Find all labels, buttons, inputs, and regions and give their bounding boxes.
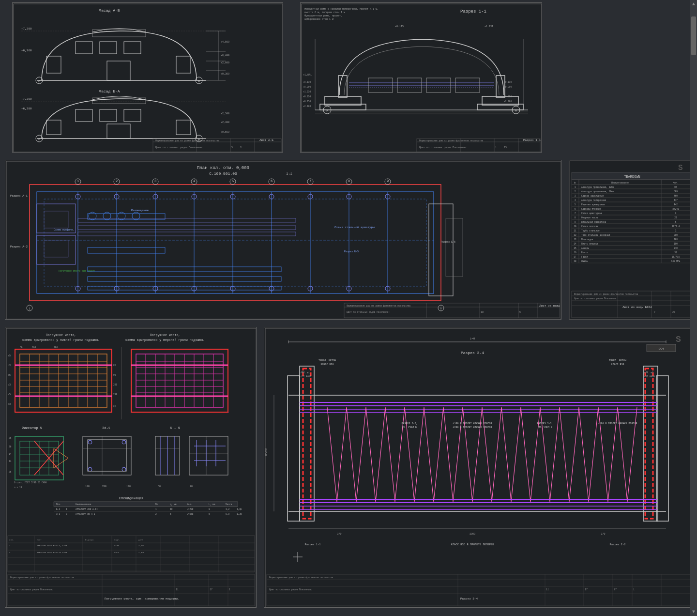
svg-text:+0.130: +0.130 — [303, 81, 311, 83]
svg-text:447: 447 — [674, 199, 678, 201]
svg-text:L, мм: L, мм — [209, 503, 215, 506]
svg-text:17: 17 — [574, 256, 576, 258]
svg-text:ТЯЖЕЛ. БЕТОН: ТЯЖЕЛ. БЕТОН — [318, 359, 336, 362]
svg-text:A: A — [38, 138, 40, 141]
scroll-down-arrow[interactable]: ▼ — [692, 609, 695, 615]
svg-text:Погружное место вид сбоку: Погружное место вид сбоку — [59, 270, 95, 273]
svg-text:100: 100 — [85, 485, 90, 488]
svg-text:1: 1 — [66, 508, 67, 510]
svg-text:50: 50 — [20, 346, 23, 349]
svg-text:d100 В ПРОЛЕТ НИЖНИХ ПОЯСОВ: d100 В ПРОЛЕТ НИЖНИХ ПОЯСОВ — [598, 422, 637, 425]
svg-text:№: № — [574, 182, 576, 185]
svg-text:Лист из воды БС4А: Лист из воды БС4А — [539, 304, 561, 308]
svg-text:11: 11 — [574, 230, 576, 232]
svg-text:Разрез 1-1: Разрез 1-1 — [460, 9, 486, 14]
svg-text:Погружное место,: Погружное место, — [46, 334, 76, 337]
svg-rect-517 — [264, 327, 692, 607]
svg-text:3000: 3000 — [470, 533, 475, 536]
svg-text:2: 2 — [155, 513, 157, 515]
svg-text:+7,200: +7,200 — [21, 97, 32, 101]
svg-text:Цвет по стальных рядов Поколен: Цвет по стальных рядов Поколение: — [347, 311, 390, 313]
svg-text:армирование стен 1 м: армирование стен 1 м — [304, 18, 333, 21]
svg-text:АРМАТУРА d10 A-II: АРМАТУРА d10 A-II — [76, 508, 98, 510]
svg-text:Разрез 1-1: Разрез 1-1 — [304, 543, 321, 546]
svg-text:100: 100 — [32, 346, 36, 349]
svg-text:Анкеры: Анкеры — [581, 247, 590, 249]
svg-text:2: 2 — [116, 179, 118, 183]
svg-text:Схема стальной арматуры: Схема стальной арматуры — [334, 226, 375, 229]
svg-text:L=200: L=200 — [187, 508, 194, 510]
svg-text:3: 3 — [675, 230, 677, 232]
svg-text:АРМАТУРА ГОСТ 5781-14 С400: АРМАТУРА ГОСТ 5781-14 С400 — [37, 552, 67, 554]
main-container: ▲ ▼ Фасад А-Б +7,200 — [0, 0, 697, 616]
cursor-cross — [293, 552, 303, 562]
svg-text:d12 А400: d12 А400 — [301, 375, 311, 378]
svg-text:+8,480: +8,480 — [221, 54, 229, 57]
svg-text:Форматирование рам из рамки фр: Форматирование рам из рамки фрагментов п… — [155, 139, 220, 142]
svg-text:5: 5 — [575, 203, 576, 206]
svg-text:1: 1 — [155, 508, 157, 510]
svg-text:87: 87 — [674, 186, 677, 188]
svg-text:16: 16 — [574, 251, 576, 254]
svg-text:Трос стальной анкерный: Трос стальной анкерный — [581, 234, 610, 236]
svg-text:b3: b3 — [8, 364, 11, 367]
svg-text:Разрез 2-2: Разрез 2-2 — [609, 543, 625, 546]
svg-text:15: 15 — [504, 146, 507, 149]
svg-text:8: 8 — [575, 216, 576, 219]
section-svg: Монолитная рама с кровлей поперечная, пр… — [301, 3, 542, 152]
svg-text:100: 100 — [674, 243, 678, 245]
svg-text:+1.030: +1.030 — [303, 91, 311, 93]
svg-text:a5: a5 — [8, 374, 11, 377]
svg-text:442: 442 — [674, 203, 678, 206]
svg-text:26: 26 — [9, 471, 12, 473]
svg-text:С.100-501.00: С.100-501.00 — [209, 171, 237, 176]
svg-text:17: 17 — [585, 588, 588, 591]
svg-rect-108 — [5, 160, 561, 319]
svg-text:a5: a5 — [8, 393, 11, 396]
svg-text:+4,560: +4,560 — [221, 41, 229, 44]
svg-text:3,4D7: 3,4D7 — [138, 545, 145, 547]
svg-text:18: 18 — [574, 260, 576, 262]
scroll-up-arrow[interactable]: ▲ — [692, 1, 695, 7]
scrollbar[interactable]: ▲ ▼ — [690, 0, 697, 616]
svg-text:№ докум.: № докум. — [85, 539, 94, 541]
svg-text:Разрез 3-4: Разрез 3-4 — [460, 597, 478, 601]
svg-text:12: 12 — [574, 234, 576, 236]
svg-text:+0.090: +0.090 — [504, 86, 512, 88]
svg-text:11: 11 — [546, 588, 549, 591]
svg-text:200: 200 — [113, 384, 117, 386]
svg-text:Лист из воды БС4А: Лист из воды БС4А — [622, 306, 652, 309]
svg-text:200: 200 — [54, 346, 58, 349]
svg-text:Лист А-Б: Лист А-Б — [259, 139, 273, 142]
svg-text:8: 8 — [209, 508, 210, 510]
svg-text:Монолитная рама с кровлей попе: Монолитная рама с кровлей поперечная, пр… — [304, 8, 379, 11]
svg-text:460: 460 — [674, 195, 678, 197]
svg-text:Спецификация: Спецификация — [119, 496, 143, 500]
svg-text:L=568: L=568 — [187, 513, 194, 515]
svg-rect-56 — [301, 3, 542, 152]
svg-text:9: 9 — [575, 221, 576, 223]
svg-text:СМ. УЗЕЛ В: СМ. УЗЕЛ В — [538, 426, 552, 429]
svg-text:+2,600: +2,600 — [221, 62, 229, 64]
svg-text:КЛАСС ВЗО В ПРОЛЕТЕ ПОПЕРЕК: КЛАСС ВЗО В ПРОЛЕТЕ ПОПЕРЕК — [451, 543, 494, 546]
svg-text:1,2: 1,2 — [226, 508, 229, 510]
svg-text:Решетки арматурные: Решетки арматурные — [581, 203, 605, 206]
facade-title-1: Фасад А-Б — [99, 8, 120, 13]
svg-text:1,0р: 1,0р — [237, 508, 242, 510]
svg-text:+0.150: +0.150 — [303, 100, 311, 103]
scrollbar-thumb[interactable] — [691, 16, 696, 55]
floorplan-svg: План кол. отм. 0,000 С.100-501.00 1:1 — [5, 160, 561, 319]
svg-text:схема армирования у нижней гра: схема армирования у нижней грани подошвы… — [22, 338, 100, 342]
svg-text:Каркас арматурный: Каркас арматурный — [581, 195, 604, 197]
svg-text:Гайки: Гайки — [581, 256, 588, 258]
svg-text:3: 3 — [154, 179, 156, 183]
svg-text:6: 6 — [271, 179, 273, 183]
svg-text:Арматура поперечная: Арматура поперечная — [581, 199, 606, 201]
svg-text:+6,260: +6,260 — [21, 49, 32, 52]
svg-text:S: S — [676, 335, 681, 344]
svg-text:6 соот. ГОСТ 5781-26 С400: 6 соот. ГОСТ 5781-26 С400 — [14, 481, 47, 484]
svg-text:7: 7 — [309, 179, 311, 183]
svg-text:Каркасы плоские: Каркасы плоские — [581, 208, 601, 210]
svg-text:5: 5 — [209, 513, 210, 515]
svg-text:9: 9 — [440, 308, 441, 310]
